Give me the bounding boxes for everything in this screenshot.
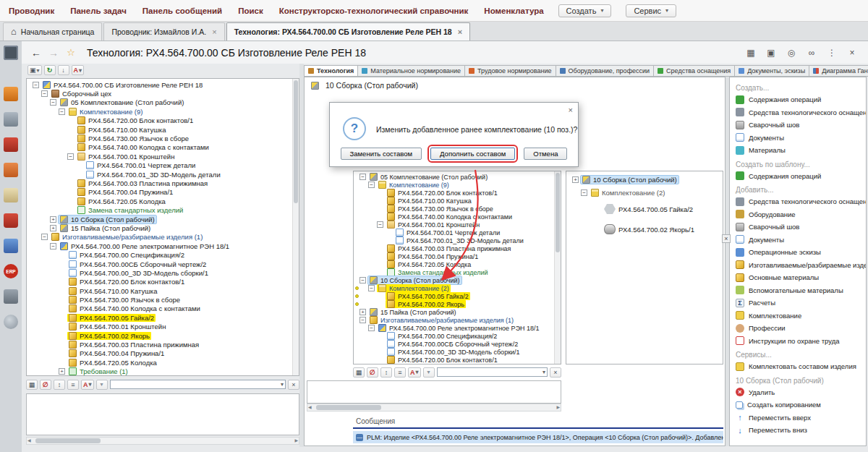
view-mode-button[interactable]: ▣▾	[27, 65, 42, 75]
tree-item[interactable]: РХ4.564.700.01 Чертеж детали	[27, 161, 299, 170]
action-equipment[interactable]: Оборудование	[730, 208, 866, 221]
tree-item[interactable]: −Комплектование (9)	[27, 107, 299, 116]
action-aux-material[interactable]: Вспомогательные материалы	[730, 284, 866, 297]
scrollbar-thumb[interactable]	[35, 438, 101, 443]
tree-item[interactable]: РХ4.564.700.05 Гайка/2	[566, 199, 723, 219]
scrollbar-thumb[interactable]	[294, 80, 298, 203]
design-icon[interactable]	[4, 163, 18, 177]
tree-item[interactable]: РХ4.564.700.00 Спецификация/2	[354, 332, 561, 340]
funnel-button[interactable]: ▼	[96, 380, 108, 390]
clear-filter-button[interactable]: ×	[550, 367, 561, 378]
tree-item[interactable]: РХ4.564.700.00_3D 3D-Модель сборки/1	[27, 268, 299, 277]
tree-item[interactable]: РХ4.564.710.00 Катушка	[27, 125, 299, 134]
tree-item[interactable]: −Сборочный цех	[27, 89, 299, 98]
filter-input[interactable]	[438, 369, 542, 376]
plugins-icon[interactable]	[4, 239, 18, 253]
tree-item[interactable]: РХ4.564.700.00СБ Сборочный чертеж/2	[354, 340, 561, 348]
tree-item[interactable]: РХ4.564.700.03 Пластина прижимная	[354, 244, 561, 252]
scroll-left-icon[interactable]: ◀	[308, 404, 312, 411]
tree-item[interactable]: РХ4.564.700.01 Кронштейн	[27, 323, 299, 331]
erp-icon[interactable]: ERP	[4, 264, 18, 278]
action-document[interactable]: Документы	[730, 132, 866, 145]
prohibit-button[interactable]: ∅	[40, 380, 51, 390]
tree-item[interactable]: РХ4.564.720.05 Колодка	[27, 197, 299, 205]
expander-icon[interactable]: +	[59, 368, 65, 375]
expander-icon[interactable]: +	[50, 216, 56, 223]
tree-item[interactable]: РХ4.564.700.00_3D 3D-Модель сборки/1	[354, 348, 561, 356]
prohibit-button[interactable]: ∅	[367, 367, 378, 378]
expander-icon[interactable]: −	[359, 174, 366, 180]
tree-item[interactable]: РХ4.564.700.04 Пружина/1	[354, 252, 561, 260]
action-operation-content[interactable]: Содержания операций	[730, 170, 866, 183]
tab-equipment[interactable]: Оборудование, профессии	[556, 65, 655, 77]
action-weld[interactable]: Сварочный шов	[730, 221, 866, 234]
tab-labor-norm[interactable]: Трудовое нормирование	[465, 65, 556, 77]
action-calc[interactable]: ΣРасчеты	[730, 297, 866, 310]
tree-item[interactable]: Замена стандартных изделий	[27, 205, 299, 214]
search-icon[interactable]: ◎	[786, 48, 797, 58]
action-operation-content[interactable]: Содержания операций	[730, 93, 866, 106]
layout-button[interactable]: ▦	[353, 367, 365, 378]
gears-icon[interactable]	[4, 112, 18, 127]
action-tooling[interactable]: Средства технологического оснащения	[730, 195, 866, 208]
more-menu-icon[interactable]: ⋮	[826, 48, 838, 58]
sort-button[interactable]: ↕	[380, 367, 392, 378]
tree-item[interactable]: РХ4.564.700.05 Гайка/2	[27, 313, 299, 322]
tree-item[interactable]: −Комплектование (2)	[354, 284, 561, 292]
network-icon[interactable]	[4, 315, 18, 329]
tree-item[interactable]: +10 Сборка (Стол рабочий)	[27, 215, 299, 223]
tree-item[interactable]: +Требование (1)	[27, 367, 299, 376]
tree-item[interactable]: −РХ4.564.700.00 Реле электромагнитное РЭ…	[27, 242, 299, 250]
tree-item[interactable]: РХ4.564.720.00 Блок контактов/1	[354, 189, 561, 197]
tree-item[interactable]: РХ4.564.700.03 Пластина прижимная	[27, 179, 299, 187]
tree-item[interactable]: −РХ4.564.700.00 СБ Изготовление Реле РЕН…	[27, 80, 299, 89]
tree-item[interactable]: РХ4.564.700.01 Чертеж детали	[354, 229, 561, 236]
tree-item[interactable]: РХ4.564.700.02 Якорь	[27, 331, 299, 340]
action-move-down[interactable]: ↓Переместить вниз	[730, 424, 866, 437]
tree-item[interactable]: РХ4.564.700.01_3D 3D-Модель детали	[27, 170, 299, 179]
expander-icon[interactable]: −	[368, 325, 375, 331]
tree-item[interactable]: РХ4.564.730.00 Язычок в сборе	[27, 134, 299, 142]
expander-icon[interactable]: −	[581, 189, 587, 196]
action-move-up[interactable]: ↑Переместить вверх	[730, 412, 866, 425]
expander-icon[interactable]: −	[377, 221, 383, 228]
tree-item[interactable]: РХ4.564.700.00 Спецификация/2	[27, 250, 299, 259]
appearance-button[interactable]: А▾	[408, 367, 421, 378]
menu-item[interactable]: Панель сообщений	[142, 7, 222, 15]
tree-item[interactable]: РХ4.564.700.00СБ Сборочный чертеж/2	[27, 260, 299, 268]
tree-item[interactable]: −10 Сборка (Стол рабочий)	[354, 276, 561, 284]
toolbox-icon[interactable]	[4, 213, 18, 228]
tree-item[interactable]: РХ4.564.700.01_3D 3D-Модель детали	[354, 236, 561, 244]
service-menu-button[interactable]: Сервис▾	[626, 4, 676, 17]
expander-icon[interactable]: −	[59, 108, 65, 115]
expander-icon[interactable]: +	[359, 309, 366, 315]
menu-item[interactable]: Номенклатура	[484, 7, 543, 15]
tab-gantt[interactable]: Диаграмма Ганта	[809, 65, 868, 77]
expander-icon[interactable]: −	[41, 90, 48, 97]
create-menu-button[interactable]: Создать▾	[558, 4, 612, 17]
action-weld[interactable]: Сварочный шов	[730, 119, 866, 132]
tree-item[interactable]: РХ4.564.710.00 Катушка	[354, 364, 561, 364]
tree-item[interactable]: РХ4.564.730.00 Язычок в сборе	[27, 295, 299, 304]
action-delete[interactable]: ×Удалить	[730, 386, 866, 399]
favorite-icon[interactable]: ☆	[64, 47, 78, 59]
tree-item[interactable]: −Комплектование (2)	[566, 186, 723, 199]
link-icon[interactable]: ∞	[806, 48, 817, 58]
order-button[interactable]: ≡	[394, 367, 406, 378]
expander-icon[interactable]: +	[50, 225, 56, 231]
tree-item[interactable]: РХ4.564.700.02 Якорь	[354, 300, 561, 308]
dialog-button[interactable]: Заменить составом	[341, 148, 422, 160]
appearance-button[interactable]: А▾	[72, 65, 85, 75]
tree-item[interactable]: −05 Комплектование (Стол рабочий)	[354, 173, 561, 181]
tab-material-norm[interactable]: Материальное нормирование	[358, 65, 465, 77]
tree-item[interactable]: РХ4.564.720.00 Блок контактов/1	[27, 116, 299, 125]
action-profession[interactable]: Профессии	[730, 322, 866, 335]
menu-item[interactable]: Панель задач	[70, 7, 127, 15]
tab[interactable]: Проводник: Измайлов И.А.×	[103, 22, 224, 40]
tree-item[interactable]: РХ4.564.710.00 Катушка	[354, 197, 561, 205]
scrollbar-thumb[interactable]	[316, 405, 381, 410]
expander-icon[interactable]: −	[67, 153, 74, 160]
tools-icon[interactable]	[4, 289, 18, 304]
collapse-panel-button[interactable]: ×	[722, 234, 731, 243]
tree-item[interactable]: +10 Сборка (Стол рабочий)	[566, 173, 723, 186]
